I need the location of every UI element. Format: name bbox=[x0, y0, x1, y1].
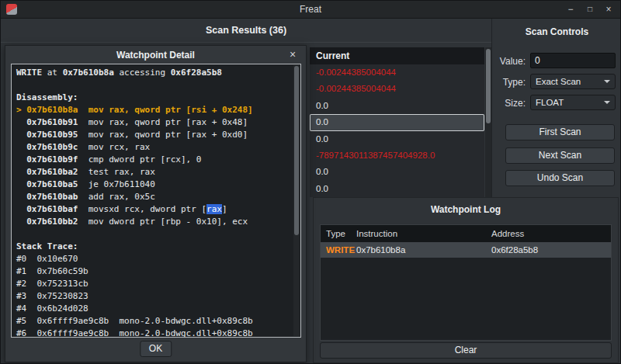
clear-button[interactable]: Clear bbox=[320, 342, 612, 359]
scan-results-title: Scan Results (36) bbox=[1, 25, 491, 36]
first-scan-button[interactable]: First Scan bbox=[505, 124, 615, 140]
results-scrollbar[interactable] bbox=[485, 47, 491, 197]
type-label: Type: bbox=[485, 77, 526, 88]
detail-scrollbar-thumb[interactable] bbox=[294, 66, 299, 235]
scan-type-select[interactable]: Exact Scan bbox=[530, 74, 616, 89]
results-list: -0.00244385004044-0.002443850040440.00.0… bbox=[310, 64, 484, 197]
result-row[interactable]: 0.0 bbox=[310, 164, 484, 180]
result-row[interactable]: -0.00244385004044 bbox=[310, 64, 484, 81]
minimize-button[interactable]: − bbox=[561, 1, 580, 19]
detail-scrollbar[interactable] bbox=[293, 65, 300, 336]
window-title: Freat bbox=[1, 4, 620, 15]
app-window: Freat − □ × Scan Results (36) Current -0… bbox=[0, 0, 621, 364]
log-col-instruction: Instruction bbox=[356, 225, 491, 242]
maximize-button[interactable]: □ bbox=[581, 1, 599, 19]
chevron-down-icon bbox=[604, 80, 610, 83]
result-row[interactable]: -7897143011387457404928.0 bbox=[310, 147, 484, 164]
results-column-header: Current bbox=[310, 47, 484, 64]
log-col-address: Address bbox=[491, 225, 611, 242]
scan-type-value: Exact Scan bbox=[536, 77, 581, 86]
log-col-type: Type bbox=[321, 225, 356, 242]
dialog-title: Watchpoint Detail bbox=[5, 50, 306, 61]
result-row[interactable]: 0.0 bbox=[310, 181, 484, 197]
watchpoint-detail-dialog: Watchpoint Detail × WRITE at 0x7b610b8a … bbox=[5, 45, 307, 362]
value-label: Value: bbox=[485, 56, 526, 67]
scan-size-value: FLOAT bbox=[536, 98, 564, 107]
watchpoint-log-title: Watchpoint Log bbox=[314, 204, 618, 215]
scan-size-select[interactable]: FLOAT bbox=[530, 95, 616, 110]
watchpoint-log-table: Type Instruction Address WRITE0x7b610b8a… bbox=[320, 224, 612, 341]
log-table-body: WRITE0x7b610b8a0x6f28a5b8 bbox=[321, 242, 611, 258]
horizontal-separator bbox=[1, 42, 492, 43]
value-input[interactable] bbox=[530, 53, 616, 68]
result-row[interactable]: 0.0 bbox=[310, 98, 484, 114]
close-button[interactable]: × bbox=[599, 1, 618, 19]
result-row[interactable]: 0.0 bbox=[310, 114, 484, 130]
size-label: Size: bbox=[485, 98, 526, 109]
result-row[interactable]: 0.0 bbox=[310, 131, 484, 147]
chevron-down-icon bbox=[604, 101, 610, 104]
undo-scan-button[interactable]: Undo Scan bbox=[505, 170, 615, 186]
detail-text[interactable]: WRITE at 0x7b610b8a accessing 0x6f28a5b8… bbox=[11, 64, 301, 338]
result-row[interactable]: -0.00244385004044 bbox=[310, 81, 484, 97]
ok-button[interactable]: OK bbox=[140, 341, 172, 357]
scan-controls-title: Scan Controls bbox=[492, 26, 621, 37]
log-table-header: Type Instruction Address bbox=[321, 225, 611, 242]
log-row[interactable]: WRITE0x7b610b8a0x6f28a5b8 bbox=[321, 242, 611, 258]
watchpoint-log-panel: Watchpoint Log Type Instruction Address … bbox=[313, 197, 619, 363]
titlebar: Freat − □ × bbox=[1, 1, 620, 19]
dialog-close-icon[interactable]: × bbox=[286, 47, 300, 61]
next-scan-button[interactable]: Next Scan bbox=[505, 147, 615, 164]
detail-lines: WRITE at 0x7b610b8a accessing 0x6f28a5b8… bbox=[16, 67, 291, 338]
